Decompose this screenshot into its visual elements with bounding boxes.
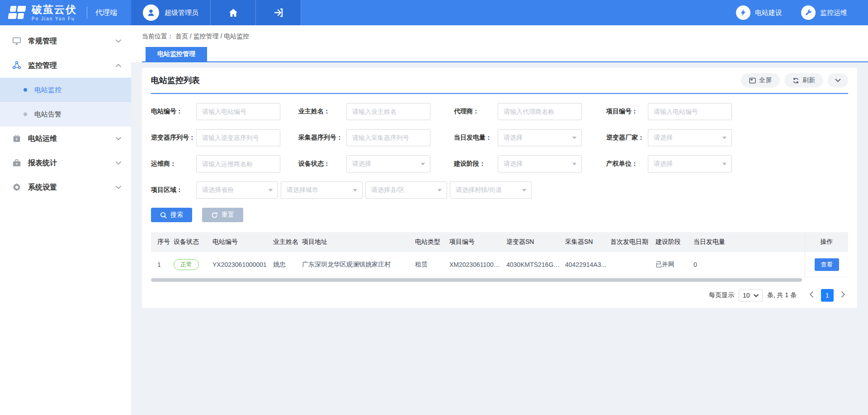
breadcrumb-path: 首页 / 监控管理 / 电站监控 [175,33,249,40]
town-select[interactable]: 请选择村镇/街道 [450,182,532,199]
col-collector-sn: 采集器SN [565,238,610,246]
owner-name-input[interactable] [346,103,430,120]
caret-down-icon [353,189,358,192]
build-stage-select[interactable]: 请选择 [498,155,582,173]
view-button[interactable]: 查看 [815,258,839,271]
brand-divider [87,7,87,19]
sidebar-item-system-settings[interactable]: 系统设置 [0,175,131,200]
page-1-button[interactable]: 1 [821,289,834,302]
panel-header: 电站监控列表 全屏 刷新 [151,68,848,94]
col-station-no: 电站编号 [212,238,273,246]
sidebar-item-report-stats[interactable]: 报表统计 [0,151,131,175]
select-placeholder: 请选择城市 [287,186,318,194]
county-select[interactable]: 请选择县/区 [365,182,447,199]
per-page-prefix: 每页显示 [709,291,734,299]
sidebar: 常规管理 监控管理 电站监控 电站告警 [0,25,131,415]
filter-label: 逆变器厂家： [606,134,648,142]
col-index: 序号 [151,238,174,246]
status-badge: 正常 [174,259,199,270]
refresh-icon [793,77,799,84]
horizontal-scrollbar[interactable] [151,278,802,282]
breadcrumb-prefix: 当前位置： [142,33,174,40]
home-button[interactable] [211,0,256,25]
tab-station-monitor-mgmt[interactable]: 电站监控管理 [146,47,207,61]
cell-inverter-sn: 4030KMTS216G0213... [506,261,565,268]
filter-label: 当日发电量： [454,134,498,142]
collapse-panel-button[interactable] [828,73,848,88]
filter-label: 产权单位： [606,160,648,168]
search-button[interactable]: 搜索 [151,208,192,222]
ops-provider-input[interactable] [196,155,280,173]
brand-logo-area[interactable]: 破茧云伏 Po Jian Yun Fu 代理端 [0,0,131,25]
user-menu[interactable]: 超级管理员 [131,0,211,25]
per-page-select[interactable]: 10 [739,289,763,302]
filter-ops-provider: 运维商： [151,155,298,173]
province-select[interactable]: 请选择省份 [196,182,278,199]
select-placeholder: 请选择省份 [202,186,234,194]
chevron-down-icon [116,186,121,189]
logout-button[interactable] [256,0,301,25]
brand-title: 破茧云伏 [32,5,77,15]
filter-label: 电站编号： [151,107,196,116]
filter-collector-sn: 采集器序列号： [298,129,454,146]
chevron-down-icon [116,137,121,140]
monitor-icon [12,36,22,46]
table-row: 1 正常 YX2023061000001 姚忠 广东深圳龙华区观澜镇姚家庄村 租… [151,252,848,277]
sidebar-item-monitor-mgmt[interactable]: 监控管理 [0,53,131,78]
nav-monitor-ops[interactable]: 监控运维 [801,5,847,20]
caret-down-icon [268,189,273,192]
collector-sn-input[interactable] [346,129,430,146]
filter-form: 电站编号： 业主姓名： 代理商： 项目编号： [151,94,848,199]
reset-button[interactable]: 重置 [202,208,243,222]
cell-owner: 姚忠 [273,261,302,269]
search-label: 搜索 [170,211,183,219]
station-no-input[interactable] [196,103,280,120]
cell-index: 1 [151,261,174,268]
filter-label: 运维商： [151,160,196,168]
city-select[interactable]: 请选择城市 [281,182,363,199]
filter-row-2: 逆变器序列号： 采集器序列号： 当日发电量： 请选择 [151,129,848,146]
filter-label: 项目区域： [151,186,196,194]
select-placeholder: 请选择县/区 [371,186,405,194]
col-inverter-sn: 逆变器SN [506,238,565,246]
battery-bolt-icon [12,134,22,144]
sidebar-subitem-label: 电站监控 [34,86,61,94]
agent-input[interactable] [498,103,582,120]
person-icon [146,8,156,18]
refresh-button[interactable]: 刷新 [784,73,823,88]
brand-logo-icon [7,5,27,21]
cell-type: 租赁 [415,261,449,269]
next-page-button[interactable] [838,291,848,299]
filter-label: 业主姓名： [298,107,346,116]
project-no-input[interactable] [648,103,732,120]
filter-label: 采集器序列号： [298,134,346,142]
prev-page-button[interactable] [807,291,816,299]
daily-power-select[interactable]: 请选择 [498,129,582,146]
sidebar-item-general-mgmt[interactable]: 常规管理 [0,29,131,53]
home-icon [228,7,239,18]
inverter-sn-input[interactable] [196,129,280,146]
nav-station-build[interactable]: 电站建设 [736,5,782,20]
fullscreen-button[interactable]: 全屏 [741,73,780,88]
sidebar-subitem-station-monitor[interactable]: 电站监控 [0,78,131,102]
user-avatar [143,5,159,21]
sidebar-item-station-ops[interactable]: 电站运维 [0,126,131,151]
cell-device-status: 正常 [174,259,212,270]
reset-label: 重置 [222,211,234,219]
chevron-down-icon [116,39,121,43]
select-placeholder: 请选择 [504,160,523,168]
cell-daily-power: 0 [693,261,735,268]
network-icon [12,61,22,70]
filter-daily-power: 当日发电量： 请选择 [454,129,606,146]
sidebar-item-label: 常规管理 [28,37,109,46]
property-unit-select[interactable]: 请选择 [648,155,732,173]
sidebar-subitem-station-alarm[interactable]: 电站告警 [0,102,131,126]
device-status-select[interactable]: 请选择 [346,155,430,173]
topbar-right-nav: 电站建设 监控运维 [736,0,868,25]
cell-address: 广东深圳龙华区观澜镇姚家庄村 [302,261,415,269]
filter-row-region: 项目区域： 请选择省份 请选择城市 请选择县/区 [151,182,848,199]
inverter-vendor-select[interactable]: 请选择 [648,129,732,146]
cell-action: 查看 [805,252,848,277]
app-window: 破茧云伏 Po Jian Yun Fu 代理端 超级管理员 [0,0,868,415]
search-icon [160,212,167,219]
